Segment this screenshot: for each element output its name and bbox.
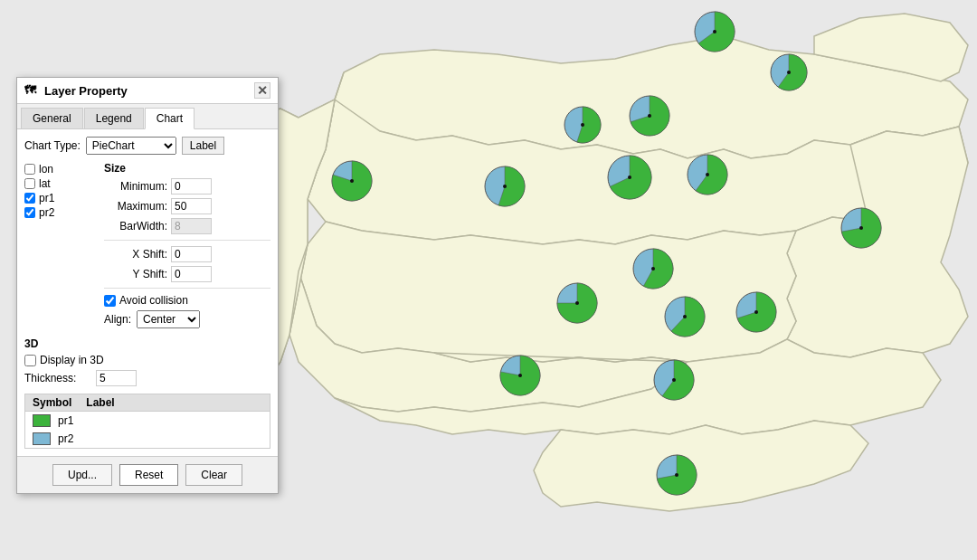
field-item-pr2: pr2 (24, 205, 97, 220)
svg-point-10 (350, 179, 354, 183)
display-3d-checkbox[interactable] (24, 355, 36, 366)
layer-property-dialog: 🗺 Layer Property ✕ General Legend Chart … (16, 77, 279, 494)
barwidth-input (171, 218, 212, 234)
xshift-row: X Shift: (104, 246, 270, 262)
chart-type-label: Chart Type: (24, 139, 81, 152)
svg-point-26 (754, 310, 758, 314)
update-button[interactable]: Upd... (52, 464, 112, 486)
tab-chart[interactable]: Chart (145, 108, 194, 129)
field-item-pr1: pr1 (24, 191, 97, 205)
barwidth-label: BarWidth: (104, 220, 167, 233)
size-section-label: Size (104, 162, 270, 175)
maximum-input[interactable] (171, 198, 212, 214)
field-checkbox-pr1[interactable] (24, 193, 35, 204)
section-3d: 3D Display in 3D Thickness: (24, 337, 270, 386)
svg-point-6 (581, 123, 584, 127)
tab-legend[interactable]: Legend (84, 108, 144, 128)
legend-row-pr2: pr2 (25, 430, 270, 448)
xshift-label: X Shift: (104, 248, 167, 261)
svg-point-12 (503, 185, 507, 188)
barwidth-row: BarWidth: (104, 218, 270, 234)
close-button[interactable]: ✕ (254, 82, 270, 99)
field-label-lon: lon (39, 163, 53, 176)
legend-label-pr1: pr1 (58, 414, 73, 427)
svg-point-16 (706, 173, 709, 176)
yshift-row: Y Shift: (104, 266, 270, 282)
avoid-collision-row: Avoid collision (104, 294, 270, 307)
symbol-legend-header: Symbol Label (25, 394, 270, 412)
yshift-label: Y Shift: (104, 268, 167, 280)
size-settings: Size Minimum: Maximum: BarWidth: X Shift… (104, 162, 270, 332)
chart-type-row: Chart Type: PieChart Label (24, 137, 270, 155)
legend-row-pr1: pr1 (25, 412, 270, 430)
symbol-col-header: Symbol (25, 394, 79, 411)
dialog-tabs: General Legend Chart (17, 104, 278, 129)
field-label-pr2: pr2 (39, 206, 54, 219)
field-checkbox-lat[interactable] (24, 178, 35, 189)
avoid-collision-checkbox[interactable] (104, 295, 116, 307)
symbol-legend: Symbol Label pr1 pr2 (24, 394, 270, 449)
maximum-label: Maximum: (104, 200, 167, 213)
minimum-row: Minimum: (104, 178, 270, 195)
label-col-header: Label (79, 394, 121, 411)
svg-point-18 (859, 226, 863, 230)
color-swatch-pr2 (33, 432, 51, 445)
dialog-titlebar-left: 🗺 Layer Property (24, 83, 128, 98)
dialog-titlebar: 🗺 Layer Property ✕ (17, 78, 278, 104)
align-select[interactable]: Center (137, 310, 200, 328)
dialog-icon: 🗺 (24, 83, 39, 98)
thickness-input[interactable] (96, 370, 137, 386)
svg-point-4 (787, 71, 791, 74)
minimum-label: Minimum: (104, 180, 167, 193)
clear-button[interactable]: Clear (185, 464, 242, 486)
svg-point-2 (713, 30, 716, 33)
svg-point-20 (651, 267, 655, 271)
display-3d-row: Display in 3D (24, 354, 270, 366)
svg-point-28 (518, 374, 522, 377)
two-col-layout: lon lat pr1 pr2 Size Mini (24, 162, 270, 332)
field-item-lon: lon (24, 162, 97, 176)
dialog-title: Layer Property (44, 84, 128, 98)
field-label-pr1: pr1 (39, 192, 54, 204)
field-label-lat: lat (39, 177, 51, 190)
svg-point-8 (648, 114, 651, 118)
label-button[interactable]: Label (182, 137, 224, 155)
svg-point-22 (575, 301, 579, 305)
maximum-row: Maximum: (104, 198, 270, 214)
tab-general[interactable]: General (21, 108, 83, 128)
field-list: lon lat pr1 pr2 (24, 162, 97, 332)
chart-type-select[interactable]: PieChart (86, 137, 176, 155)
svg-point-32 (675, 473, 678, 477)
thickness-row: Thickness: (24, 370, 270, 386)
align-row: Align: Center (104, 310, 270, 328)
dialog-footer: Upd... Reset Clear (17, 456, 278, 493)
yshift-input[interactable] (171, 266, 212, 282)
legend-label-pr2: pr2 (58, 432, 73, 445)
minimum-input[interactable] (171, 178, 212, 195)
align-label: Align: (104, 313, 131, 326)
reset-button[interactable]: Reset (119, 464, 178, 486)
svg-point-14 (628, 176, 631, 179)
field-item-lat: lat (24, 176, 97, 191)
color-swatch-pr1 (33, 414, 51, 427)
svg-point-24 (683, 315, 687, 318)
field-checkbox-lon[interactable] (24, 164, 35, 175)
thickness-label: Thickness: (24, 372, 92, 384)
3d-section-label: 3D (24, 337, 270, 350)
svg-point-30 (672, 378, 676, 382)
xshift-input[interactable] (171, 246, 212, 262)
field-checkbox-pr2[interactable] (24, 207, 35, 218)
avoid-collision-label: Avoid collision (119, 294, 188, 307)
display-3d-label: Display in 3D (40, 354, 104, 366)
dialog-body: Chart Type: PieChart Label lon lat (17, 129, 278, 456)
